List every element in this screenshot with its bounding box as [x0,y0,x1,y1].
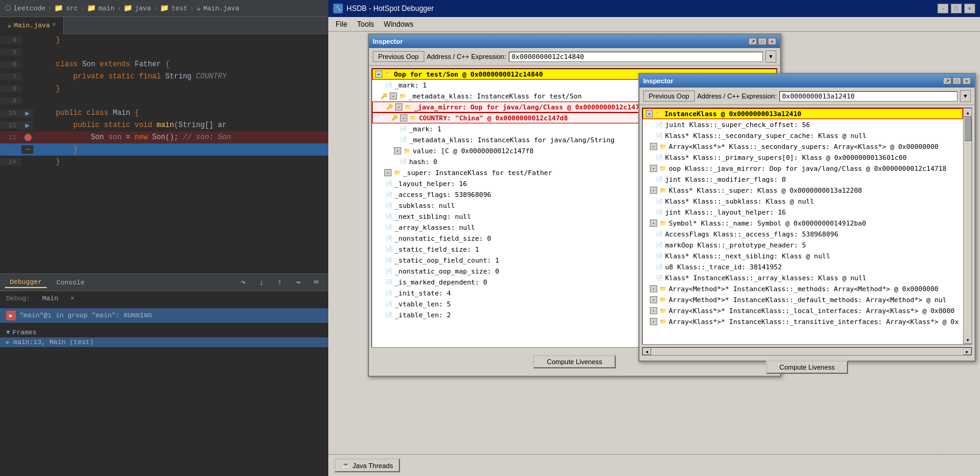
node2-text-8: Klass* Klass::_subklass: Klass @ null [665,198,814,205]
node-text-java-mirror: _java_mirror: Oop for java/lang/Class @ … [414,103,647,111]
inspector2-title-bar: Inspector ↗ □ × [640,74,975,88]
country-toggle[interactable]: - [400,114,407,122]
window-controls: - □ × [937,4,975,13]
tab-debugger[interactable]: Debugger [5,277,47,288]
evaluate-btn[interactable]: ⌨ [309,275,323,290]
tree2-node-8[interactable]: 📄 Klass* Klass::_subklass: Klass @ null [643,196,963,207]
close-btn[interactable]: × [964,4,975,13]
root2-toggle[interactable]: - [646,110,653,117]
inspector2-root-node[interactable]: - 📁 InstanceKlass @ 0x0000000013a12410 [643,108,963,119]
tree2-node-17[interactable]: - 📁 Array<Method*>* InstanceKlass::_defa… [643,294,963,305]
breadcrumb-main[interactable]: main [98,5,114,12]
debug-close-btn[interactable]: × [71,295,75,302]
tree2-node-19[interactable]: - 📁 Array<Klass*>* InstanceKlass::_trans… [643,316,963,327]
java-mirror-toggle[interactable]: - [395,103,402,111]
tree2-node-18[interactable]: - 📁 Array<Klass*>* InstanceKlass::_local… [643,305,963,316]
inspector2-compute-liveness-btn[interactable]: Compute Liveness [766,360,848,374]
code-editor[interactable]: 4 } 5 6 class Son extends Father { 7 pri… [0,34,328,314]
tab-main-java[interactable]: ☕ Main.java × [0,17,64,34]
line-content-6: class Son extends Father { [33,60,170,69]
breadcrumb-src[interactable]: src [66,5,78,12]
breadcrumb-leetcode[interactable]: leetcode [13,5,46,12]
menu-tools[interactable]: Tools [352,19,379,30]
inspector2-addr-dropdown[interactable]: ▼ [960,90,971,102]
toggle2-3[interactable]: - [650,143,657,150]
frame-text: main:13, Main (test) [13,339,94,346]
inspector2-prev-oop-btn[interactable]: Previous Oop [643,91,695,102]
node-text-value: value: [C @ 0x0000000012c147f8 [413,147,534,155]
root-toggle[interactable]: - [375,71,382,78]
node-text-mark1: _mark: 1 [395,81,427,89]
node2-text-15: Klass* InstanceKlass::_array_klasses: Kl… [665,274,866,282]
tree2-node-12[interactable]: 📄 markOop Klass::_prototype_header: 5 [643,240,963,250]
tree2-node-16[interactable]: - 📁 Array<Method*>* InstanceKlass::_meth… [643,283,963,294]
breakpoint-12[interactable] [24,134,32,141]
menu-file[interactable]: File [331,19,352,30]
scrollbar-down-btn[interactable]: ▼ [964,336,972,344]
toggle2-19[interactable]: - [650,318,657,325]
breadcrumb-java[interactable]: java [135,5,151,12]
tree2-node-13[interactable]: 📄 Klass* Klass::_next_sibling: Klass @ n… [643,250,963,261]
node2-text-19: Array<Klass*>* InstanceKlass::_transitiv… [669,318,959,326]
scrollbar-up-btn[interactable]: ▲ [964,108,972,117]
tree2-node-1[interactable]: 📄 juint Klass::_super_check_offset: 56 [643,119,963,130]
toggle2-17[interactable]: - [650,296,657,303]
java-threads-btn[interactable]: ☕ Java Threads [334,458,400,472]
tree2-node-4[interactable]: 📄 Klass* Klass::_primary_supers[0]: Klas… [643,152,963,163]
inspector2-restore-btn[interactable]: ↗ [943,77,951,85]
tree2-node-7[interactable]: - 📁 Klass* Klass::_super: Klass @ 0x0000… [643,185,963,196]
inspector1-compute-liveness-btn[interactable]: Compute Liveness [533,355,615,368]
hsdb-title-text: HSDB - HotSpot Debugger [347,4,433,13]
tree2-node-15[interactable]: 📄 Klass* InstanceKlass::_array_klasses: … [643,272,963,283]
frames-collapse-icon[interactable]: ▼ [6,329,10,336]
inspector1-close-btn[interactable]: × [768,38,776,45]
file2-icon-2: 📄 [655,131,663,140]
metadata-toggle[interactable]: - [390,92,397,100]
file-icon-is-marked: 📄 [384,278,393,286]
inspector1-maximize-btn[interactable]: □ [758,38,767,45]
line-content-13: } [33,145,78,154]
tree2-node-2[interactable]: 📄 Klass* Klass::_secondary_super_cache: … [643,130,963,141]
super-toggle[interactable]: - [384,169,392,176]
node2-text-2: Klass* Klass::_secondary_super_cache: Kl… [665,132,866,140]
tree2-node-11[interactable]: 📄 AccessFlags Klass::_access_flags: 5389… [643,229,963,240]
menu-windows[interactable]: Windows [379,19,418,30]
toggle2-18[interactable]: - [650,307,657,314]
breadcrumb-test[interactable]: test [171,5,187,12]
inspector1-restore-btn[interactable]: ↗ [748,38,757,45]
toggle2-5[interactable]: - [650,165,657,172]
step-over-btn[interactable]: ↷ [236,275,250,290]
breadcrumb-file[interactable]: Main.java [203,5,239,12]
scrollbar-left-btn[interactable]: ◄ [643,348,651,355]
inspector2-maximize-btn[interactable]: □ [953,77,961,85]
inspector1-addr-dropdown[interactable]: ▼ [765,50,776,63]
tree2-node-14[interactable]: 📄 u8 Klass::_trace_id: 38141952 [643,261,963,272]
step-into-btn[interactable]: ↓ [254,275,269,290]
tree2-node-9[interactable]: 📄 jint Klass::_layout_helper: 16 [643,207,963,218]
run-to-cursor-btn[interactable]: ↝ [291,275,305,290]
inspector1-addr-label: Address / C++ Expression: [427,53,506,60]
tree2-node-10[interactable]: - 📁 Symbol* Klass::_name: Symbol @ 0x000… [643,218,963,229]
line-num-13: 13 [0,146,21,153]
inspector2-close-btn[interactable]: × [962,77,971,85]
tab-close-btn[interactable]: × [52,22,56,29]
tree2-node-6[interactable]: 📄 jint Klass::_modifier_flags: 0 [643,174,963,185]
maximize-btn[interactable]: □ [951,4,962,13]
toggle2-16[interactable]: - [650,285,657,292]
inspector1-addr-input[interactable] [509,52,764,62]
inspector2-addr-input[interactable] [779,91,958,102]
folder2-icon-5: 📁 [658,164,667,173]
line-indicator-12 [21,134,33,141]
step-out-btn[interactable]: ↑ [272,275,287,290]
toggle2-10[interactable]: - [650,219,657,227]
scrollbar-thumb[interactable] [964,117,971,141]
tree2-node-3[interactable]: - 📁 Array<Klass*>* Klass::_secondary_sup… [643,141,963,152]
tree2-node-5[interactable]: - 📁 oop Klass::_java_mirror: Oop for jav… [643,163,963,174]
value-toggle[interactable]: - [394,147,401,154]
minimize-btn[interactable]: - [937,4,948,13]
toggle2-7[interactable]: - [650,187,657,194]
inspector1-prev-oop-btn[interactable]: Previous Oop [373,51,424,62]
tab-console[interactable]: Console [52,278,89,288]
frame-item-main[interactable]: ▶ main:13, Main (test) [0,337,328,347]
scrollbar-right-btn[interactable]: ► [963,348,971,355]
